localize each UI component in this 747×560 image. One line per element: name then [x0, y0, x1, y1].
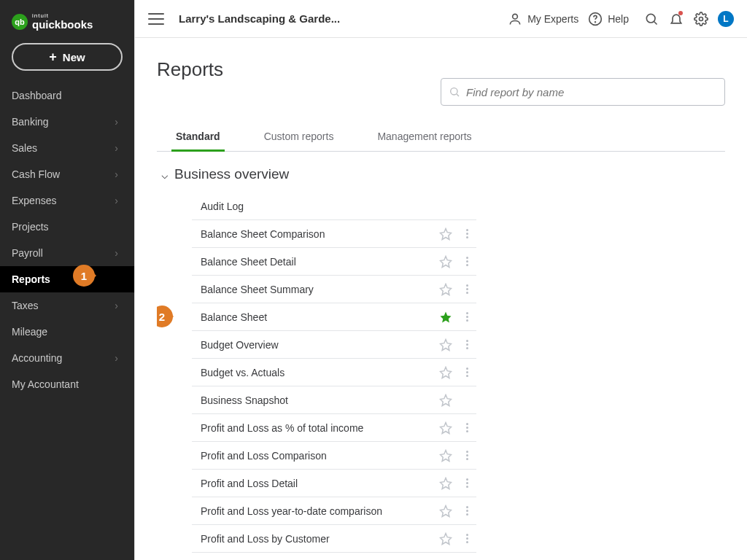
tab-management-reports[interactable]: Management reports [373, 123, 476, 151]
section-title: Business overview [174, 166, 289, 182]
star-icon[interactable] [438, 227, 453, 241]
report-row[interactable]: Business Snapshot [192, 386, 476, 414]
company-name[interactable]: Larry's Landscaping & Garde... [179, 12, 340, 25]
star-icon[interactable] [438, 310, 453, 324]
kebab-menu-icon[interactable] [460, 506, 473, 516]
svg-point-3 [646, 14, 655, 23]
star-icon[interactable] [438, 338, 453, 352]
search-icon[interactable] [643, 11, 659, 27]
my-experts-link[interactable]: My Experts [507, 11, 578, 27]
sidebar-item-label: Taxes [12, 300, 39, 311]
report-name: Business Snapshot [201, 394, 438, 406]
chevron-right-icon: › [115, 247, 123, 259]
sidebar-item-label: Payroll [12, 247, 43, 259]
gear-icon[interactable] [693, 11, 709, 27]
report-row[interactable]: Profit and Loss Detail [192, 470, 476, 497]
report-row[interactable]: Profit and Loss as % of total income [192, 414, 476, 442]
tab-standard[interactable]: Standard [171, 123, 225, 152]
report-search[interactable] [441, 78, 725, 106]
report-scroll-area[interactable]: ⌵ Business overview Audit LogBalance She… [157, 162, 725, 560]
report-name: Budget Overview [201, 339, 438, 351]
sidebar-item-label: My Accountant [12, 378, 79, 390]
sidebar-item-cash-flow[interactable]: Cash Flow› [0, 161, 134, 187]
star-icon[interactable] [438, 504, 453, 518]
search-input[interactable] [466, 86, 717, 98]
sidebar-item-expenses[interactable]: Expenses› [0, 187, 134, 214]
star-icon[interactable] [438, 365, 453, 380]
star-icon[interactable] [438, 254, 453, 269]
avatar[interactable]: L [718, 11, 734, 27]
svg-line-7 [457, 94, 459, 96]
star-icon[interactable] [438, 532, 453, 546]
sidebar-item-label: Projects [12, 221, 49, 233]
chevron-right-icon: › [115, 116, 123, 128]
star-icon[interactable] [438, 421, 453, 435]
report-name: Profit and Loss by Customer [201, 533, 438, 545]
kebab-menu-icon[interactable] [460, 451, 473, 460]
kebab-menu-icon[interactable] [460, 284, 473, 294]
star-icon[interactable] [438, 282, 453, 297]
tab-custom-reports[interactable]: Custom reports [260, 123, 338, 151]
search-icon [449, 86, 460, 98]
report-row[interactable]: Profit and Loss Comparison [192, 442, 476, 470]
notification-bell-icon[interactable] [668, 11, 684, 27]
sidebar-item-banking[interactable]: Banking› [0, 109, 134, 135]
report-row[interactable]: 2Balance Sheet [192, 303, 476, 331]
report-name: Balance Sheet Comparison [201, 228, 438, 240]
kebab-menu-icon[interactable] [460, 368, 473, 377]
chevron-right-icon: › [115, 168, 123, 180]
person-icon [507, 11, 523, 27]
kebab-menu-icon[interactable] [460, 257, 473, 266]
kebab-menu-icon[interactable] [460, 478, 473, 488]
help-link[interactable]: Help [587, 11, 629, 27]
report-row[interactable]: Budget Overview [192, 331, 476, 359]
report-row[interactable]: Audit Log [192, 192, 476, 220]
brand-name: quickbooks [32, 19, 93, 30]
report-name: Profit and Loss Detail [201, 478, 438, 489]
report-row[interactable]: Balance Sheet Comparison [192, 220, 476, 248]
sidebar: qb intuit quickbooks + New DashboardBank… [0, 0, 134, 560]
report-row[interactable]: Budget vs. Actuals [192, 359, 476, 386]
report-row[interactable]: Profit and Loss year-to-date comparison [192, 497, 476, 525]
callout-badge-2: 2 [157, 306, 173, 327]
sidebar-item-payroll[interactable]: Payroll› [0, 240, 134, 266]
kebab-menu-icon[interactable] [460, 340, 473, 349]
sidebar-item-label: Cash Flow [12, 168, 60, 180]
sidebar-item-mileage[interactable]: Mileage [0, 319, 134, 345]
main-column: Larry's Landscaping & Garde... My Expert… [134, 0, 747, 560]
callout-badge-1: 1 [73, 265, 95, 287]
report-row[interactable]: Profit and Loss by Customer [192, 525, 476, 553]
sidebar-item-projects[interactable]: Projects [0, 214, 134, 240]
kebab-menu-icon[interactable] [460, 534, 473, 543]
sidebar-item-reports[interactable]: Reports1 [0, 266, 134, 292]
new-button[interactable]: + New [12, 43, 123, 71]
hamburger-icon[interactable] [148, 13, 164, 25]
qb-badge-icon: qb [12, 14, 28, 30]
report-row[interactable]: Balance Sheet Summary [192, 276, 476, 303]
sidebar-item-label: Banking [12, 116, 49, 128]
sidebar-item-dashboard[interactable]: Dashboard [0, 82, 134, 109]
sidebar-item-taxes[interactable]: Taxes› [0, 292, 134, 319]
sidebar-item-label: Expenses [12, 195, 56, 206]
svg-point-0 [513, 14, 518, 19]
kebab-menu-icon[interactable] [460, 423, 473, 432]
star-icon[interactable] [438, 393, 453, 408]
sidebar-item-label: Dashboard [12, 90, 62, 101]
section-header[interactable]: ⌵ Business overview [157, 162, 721, 192]
star-icon[interactable] [438, 476, 453, 491]
report-name: Balance Sheet [201, 311, 438, 323]
brand-logo: qb intuit quickbooks [0, 13, 134, 40]
report-name: Balance Sheet Summary [201, 284, 438, 295]
report-row[interactable]: Balance Sheet Detail [192, 248, 476, 276]
tabs: StandardCustom reportsManagement reports [157, 123, 725, 152]
sidebar-item-accounting[interactable]: Accounting› [0, 345, 134, 371]
report-name: Profit and Loss as % of total income [201, 422, 438, 434]
sidebar-item-label: Sales [12, 142, 37, 154]
kebab-menu-icon[interactable] [460, 312, 473, 322]
sidebar-item-sales[interactable]: Sales› [0, 135, 134, 161]
svg-line-4 [654, 21, 657, 24]
star-icon[interactable] [438, 448, 453, 463]
kebab-menu-icon[interactable] [460, 229, 473, 238]
sidebar-item-my-accountant[interactable]: My Accountant [0, 371, 134, 397]
report-name: Balance Sheet Detail [201, 256, 438, 268]
